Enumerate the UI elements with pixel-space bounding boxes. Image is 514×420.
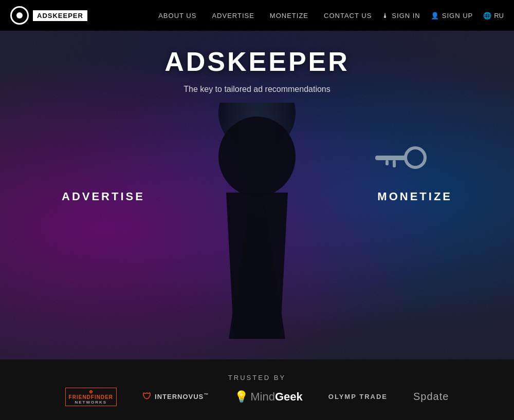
thermometer-icon: 🌡 — [382, 12, 389, 20]
logo-icon-inner — [16, 12, 23, 18]
svg-point-0 — [218, 117, 296, 197]
nav-auth: 🌡 SIGN IN 👤 SIGN UP 🌐 RU — [382, 12, 504, 20]
shield-icon: 🛡 — [142, 391, 152, 402]
svg-rect-5 — [393, 160, 396, 167]
nav-about-us[interactable]: ABOUT US — [158, 12, 196, 20]
friendfinder-icon: ⊕ — [89, 389, 93, 394]
spdate-text: Spdate — [413, 391, 449, 403]
friendfinder-text: FRIENDFINDER — [69, 394, 113, 400]
person-icon: 👤 — [431, 12, 439, 20]
sign-in-label: SIGN IN — [392, 12, 420, 20]
mindgeek-text: MindGeek — [250, 390, 303, 404]
sign-in-button[interactable]: 🌡 SIGN IN — [382, 12, 420, 20]
trusted-section: TRUSTED BY ⊕ FRIENDFINDER NETWORKS 🛡 INT… — [0, 359, 514, 420]
key-icon — [375, 144, 427, 174]
svg-marker-1 — [226, 193, 288, 339]
monetize-label[interactable]: MONETIZE — [377, 190, 452, 203]
nav-advertise[interactable]: ADVERTISE — [212, 12, 254, 20]
trusted-label: TRUSTED BY — [228, 374, 286, 381]
navbar: ADSKEEPER ABOUT US ADVERTISE MONETIZE CO… — [0, 0, 514, 31]
svg-rect-4 — [386, 160, 389, 165]
logo-area[interactable]: ADSKEEPER — [10, 6, 87, 25]
spdate-logo: Spdate — [413, 391, 449, 403]
keyhole-graphic — [200, 103, 314, 349]
mindgeek-logo: 💡 MindGeek — [234, 390, 303, 404]
nav-contact-us[interactable]: CONTACT US — [324, 12, 372, 20]
logo-icon — [10, 6, 29, 25]
svg-rect-2 — [375, 156, 406, 160]
globe-icon: 🌐 — [483, 12, 491, 20]
internovus-logo: 🛡 INTERNOVUS™ — [142, 391, 209, 402]
hero-title: ADSKEEPER — [164, 46, 350, 77]
hero-subtitle: The key to tailored ad recommendations — [183, 85, 330, 94]
nav-monetize[interactable]: MONETIZE — [270, 12, 308, 20]
trusted-logos: ⊕ FRIENDFINDER NETWORKS 🛡 INTERNOVUS™ 💡 … — [0, 388, 514, 406]
bulb-icon: 💡 — [234, 390, 248, 404]
sign-up-button[interactable]: 👤 SIGN UP — [431, 12, 473, 20]
olymp-trade-text: OLYMP TRADE — [328, 393, 388, 400]
logo-text[interactable]: ADSKEEPER — [33, 10, 87, 21]
friendfinder-logo: ⊕ FRIENDFINDER NETWORKS — [65, 388, 117, 406]
nav-links: ABOUT US ADVERTISE MONETIZE CONTACT US — [158, 12, 372, 20]
hero-section: ADSKEEPER The key to tailored ad recomme… — [0, 31, 514, 359]
internovus-text: INTERNOVUS™ — [155, 392, 209, 400]
svg-point-3 — [406, 148, 425, 167]
friendfinder-subtext: NETWORKS — [75, 400, 107, 405]
advertise-label[interactable]: ADVERTISE — [62, 190, 145, 203]
language-selector[interactable]: 🌐 RU — [483, 12, 504, 20]
olymp-trade-logo: OLYMP TRADE — [328, 393, 388, 400]
sign-up-label: SIGN UP — [442, 12, 473, 20]
lang-label: RU — [494, 12, 504, 20]
